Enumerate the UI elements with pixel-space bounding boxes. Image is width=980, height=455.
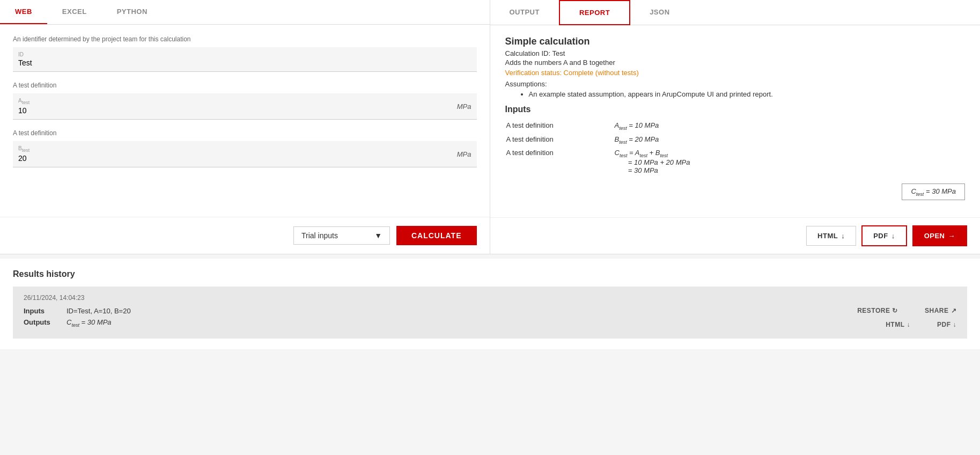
- verification-status: Verification status: Complete (without t…: [505, 69, 966, 77]
- input-label-c: A test definition: [506, 147, 614, 176]
- history-actions-column: RESTORE ↻ SHARE ↗ HTML ↓: [795, 307, 956, 328]
- history-inputs-label: Inputs: [24, 307, 67, 315]
- pdf-label: PDF: [873, 232, 888, 240]
- tab-excel[interactable]: EXCEL: [47, 0, 102, 24]
- history-html-download-icon: ↓: [907, 321, 911, 328]
- history-pdf-download-icon: ↓: [953, 321, 957, 328]
- history-bottom-actions: HTML ↓ PDF ↓: [886, 321, 956, 328]
- history-top-actions: RESTORE ↻ SHARE ↗: [857, 307, 956, 314]
- share-label: SHARE: [925, 307, 949, 314]
- history-outputs-value: Ctest = 30 MPa: [67, 318, 112, 328]
- id-small-label: ID: [18, 52, 112, 57]
- assumptions-label: Assumptions:: [505, 80, 966, 88]
- history-html-button[interactable]: HTML ↓: [886, 321, 910, 328]
- tab-report[interactable]: REPORT: [559, 0, 630, 25]
- id-field-label: An identifier determined by the project …: [13, 35, 477, 43]
- right-bottom-bar: HTML ↓ PDF ↓ OPEN →: [490, 217, 981, 254]
- input-label-b: A test definition: [506, 134, 614, 146]
- open-arrow-icon: →: [948, 232, 956, 240]
- report-calc-id: Calculation ID: Test: [505, 49, 966, 57]
- history-outputs-label: Outputs: [24, 318, 67, 326]
- main-layout: WEB EXCEL PYTHON An identifier determine…: [0, 0, 980, 455]
- left-bottom-bar: Trial inputs ▼ CALCULATE: [0, 217, 490, 254]
- report-title: Simple calculation: [505, 36, 966, 47]
- left-tab-bar: WEB EXCEL PYTHON: [0, 0, 490, 25]
- history-inputs-row: Inputs ID=Test, A=10, B=20: [24, 307, 795, 315]
- b-small-label: Btest: [18, 145, 112, 153]
- history-row: 26/11/2024, 14:04:23 Inputs ID=Test, A=1…: [13, 287, 967, 339]
- history-data: Inputs ID=Test, A=10, B=20 Outputs Ctest…: [24, 307, 795, 331]
- history-main: Inputs ID=Test, A=10, B=20 Outputs Ctest…: [24, 307, 956, 331]
- history-outputs-row: Outputs Ctest = 30 MPa: [24, 318, 795, 328]
- open-label: OPEN: [924, 232, 945, 240]
- top-panels: WEB EXCEL PYTHON An identifier determine…: [0, 0, 980, 254]
- id-input-wrapper: ID: [13, 47, 477, 72]
- b-unit: MPa: [457, 150, 471, 158]
- restore-label: RESTORE: [857, 307, 890, 314]
- a-input[interactable]: [18, 106, 112, 115]
- a-unit: MPa: [457, 102, 471, 111]
- a-field-label: A test definition: [13, 82, 477, 89]
- input-math-b: Btest = 20 MPa: [615, 134, 964, 146]
- history-timestamp: 26/11/2024, 14:04:23: [24, 294, 956, 302]
- input-row-c: A test definition Ctest = Atest + Btest …: [506, 147, 964, 176]
- left-content: An identifier determined by the project …: [0, 25, 490, 217]
- assumption-item: An example stated assumption, appears in…: [529, 90, 966, 98]
- input-math-a: Atest = 10 MPa: [615, 120, 964, 133]
- right-panel: OUTPUT REPORT JSON Simple calculation Ca…: [490, 0, 981, 254]
- pdf-download-icon: ↓: [891, 232, 895, 240]
- input-row-b: A test definition Btest = 20 MPa: [506, 134, 964, 146]
- right-content: Simple calculation Calculation ID: Test …: [490, 25, 981, 217]
- history-html-label: HTML: [886, 321, 904, 328]
- pdf-button[interactable]: PDF ↓: [861, 225, 907, 246]
- b-field-label: A test definition: [13, 129, 477, 137]
- share-button[interactable]: SHARE ↗: [925, 307, 956, 314]
- b-input[interactable]: [18, 154, 112, 163]
- left-panel: WEB EXCEL PYTHON An identifier determine…: [0, 0, 490, 254]
- restore-button[interactable]: RESTORE ↻: [857, 307, 898, 314]
- results-history-title: Results history: [13, 269, 967, 279]
- a-input-wrapper: Atest MPa: [13, 93, 477, 120]
- tab-output[interactable]: OUTPUT: [490, 1, 559, 25]
- history-pdf-button[interactable]: PDF ↓: [937, 321, 956, 328]
- history-pdf-label: PDF: [937, 321, 951, 328]
- download-icon: ↓: [841, 232, 845, 240]
- id-input[interactable]: [18, 58, 112, 67]
- history-inputs-value: ID=Test, A=10, B=20: [67, 307, 131, 315]
- restore-icon: ↻: [892, 307, 898, 314]
- share-icon: ↗: [951, 307, 957, 314]
- trial-inputs-label: Trial inputs: [301, 231, 338, 240]
- dropdown-chevron-icon: ▼: [374, 231, 382, 240]
- inputs-table: A test definition Atest = 10 MPa A test …: [505, 119, 966, 177]
- calculate-button[interactable]: CALCULATE: [396, 226, 477, 245]
- input-math-c: Ctest = Atest + Btest = 10 MPa + 20 MPa …: [615, 147, 964, 176]
- tab-python[interactable]: PYTHON: [102, 0, 163, 24]
- a-small-label: Atest: [18, 98, 112, 105]
- inputs-heading: Inputs: [505, 105, 966, 114]
- html-button[interactable]: HTML ↓: [806, 226, 856, 246]
- trial-inputs-select[interactable]: Trial inputs ▼: [293, 226, 390, 245]
- result-box-value: Ctest = 30 MPa: [902, 184, 965, 201]
- report-description: Adds the numbers A and B together: [505, 58, 966, 67]
- results-history: Results history 26/11/2024, 14:04:23 Inp…: [0, 259, 980, 349]
- open-button[interactable]: OPEN →: [912, 225, 967, 246]
- b-input-wrapper: Btest MPa: [13, 141, 477, 167]
- result-box: Ctest = 30 MPa: [505, 184, 966, 201]
- input-row-a: A test definition Atest = 10 MPa: [506, 120, 964, 133]
- tab-web[interactable]: WEB: [0, 0, 47, 24]
- tab-json[interactable]: JSON: [630, 1, 689, 25]
- right-tab-bar: OUTPUT REPORT JSON: [490, 0, 981, 25]
- html-label: HTML: [817, 232, 838, 240]
- input-label-a: A test definition: [506, 120, 614, 133]
